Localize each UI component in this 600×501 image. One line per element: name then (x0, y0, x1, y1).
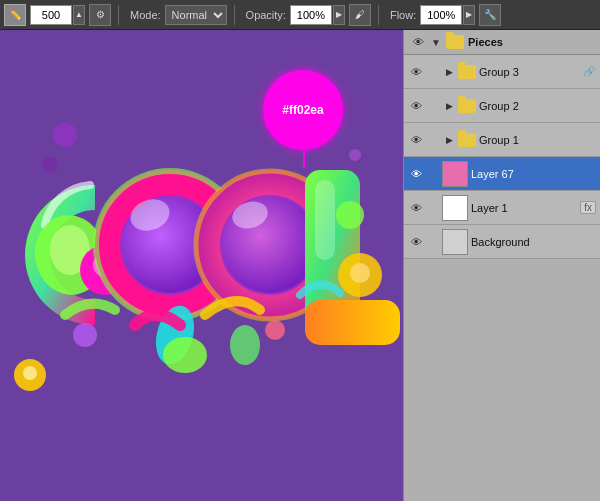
group3-eye[interactable]: 👁 (408, 64, 424, 80)
pieces-title: Pieces (468, 36, 503, 48)
flow-up[interactable]: ▶ (463, 5, 475, 25)
group2-name: Group 2 (479, 100, 596, 112)
color-hex-label: #ff02ea (282, 103, 323, 117)
svg-point-25 (23, 366, 37, 380)
mode-select[interactable]: Normal (165, 5, 227, 25)
pieces-eye-icon[interactable]: 👁 (410, 34, 426, 50)
pieces-folder-icon (446, 35, 464, 49)
brush-size-input[interactable]: 500 (30, 5, 72, 25)
color-picker-pin (303, 148, 305, 168)
layer-row-background[interactable]: 👁 Background (404, 225, 600, 259)
group3-expand[interactable]: ▶ (443, 66, 455, 78)
layer-row-layer67[interactable]: 👁 Layer 67 (404, 157, 600, 191)
svg-point-0 (53, 123, 77, 147)
layers-group-header: 👁 ▼ Pieces (404, 30, 600, 55)
layer-row-group2[interactable]: 👁 ▶ Group 2 (404, 89, 600, 123)
brush-tool[interactable]: ✏️ (4, 4, 26, 26)
background-eye[interactable]: 👁 (408, 234, 424, 250)
svg-rect-20 (315, 180, 335, 260)
layers-panel: 👁 ▼ Pieces 👁 ▶ Group 3 🔗 👁 ▶ Group 2 👁 ▶… (403, 30, 600, 501)
divider2 (234, 5, 235, 25)
svg-point-28 (73, 323, 97, 347)
extra-tool-icon[interactable]: 🔧 (479, 4, 501, 26)
layer-row-layer1[interactable]: 👁 Layer 1 fx (404, 191, 600, 225)
svg-point-29 (163, 337, 207, 373)
group2-folder-icon (458, 99, 476, 113)
layer67-thumb (442, 161, 468, 187)
flow-label: Flow: (390, 9, 416, 21)
background-name: Background (471, 236, 596, 248)
svg-point-1 (42, 157, 58, 173)
opacity-label: Opacity: (246, 9, 286, 21)
group3-chain[interactable]: 🔗 (582, 65, 596, 79)
svg-point-30 (230, 325, 260, 365)
airbrush-icon[interactable]: 🖌 (349, 4, 371, 26)
layer67-eye[interactable]: 👁 (408, 166, 424, 182)
brush-size-group: 500 ▲ (30, 5, 85, 25)
pieces-toggle[interactable]: ▼ (430, 36, 442, 48)
group3-folder-icon (458, 65, 476, 79)
divider3 (378, 5, 379, 25)
brush-settings-icon[interactable]: ⚙ (89, 4, 111, 26)
layer-row-group1[interactable]: 👁 ▶ Group 1 (404, 123, 600, 157)
svg-point-26 (336, 201, 364, 229)
mode-label: Mode: (130, 9, 161, 21)
group1-eye[interactable]: 👁 (408, 132, 424, 148)
background-thumb (442, 229, 468, 255)
svg-rect-19 (305, 300, 400, 345)
group1-name: Group 1 (479, 134, 596, 146)
layer1-eye[interactable]: 👁 (408, 200, 424, 216)
flow-input[interactable]: 100% (420, 5, 462, 25)
flow-box: 100% ▶ (420, 5, 475, 25)
main-area: #ff02ea 👁 ▼ Pieces 👁 ▶ Group 3 🔗 👁 ▶ Gro… (0, 30, 600, 501)
group3-name: Group 3 (479, 66, 579, 78)
color-picker-circle: #ff02ea (263, 70, 343, 150)
group1-folder-icon (458, 133, 476, 147)
artwork-svg (5, 45, 403, 475)
brush-size-up[interactable]: ▲ (73, 5, 85, 25)
group2-expand[interactable]: ▶ (443, 100, 455, 112)
toolbar: ✏️ 500 ▲ ⚙ Mode: Normal Opacity: 100% ▶ … (0, 0, 600, 30)
opacity-input[interactable]: 100% (290, 5, 332, 25)
layer-row-group3[interactable]: 👁 ▶ Group 3 🔗 (404, 55, 600, 89)
group1-expand[interactable]: ▶ (443, 134, 455, 146)
svg-point-27 (265, 320, 285, 340)
layer1-fx-badge: fx (580, 201, 596, 214)
opacity-box: 100% ▶ (290, 5, 345, 25)
divider1 (118, 5, 119, 25)
layer1-name: Layer 1 (471, 202, 577, 214)
svg-point-3 (349, 149, 361, 161)
canvas-area[interactable]: #ff02ea (0, 30, 403, 501)
group2-eye[interactable]: 👁 (408, 98, 424, 114)
brush-size-box: 500 ▲ (30, 5, 85, 25)
svg-point-23 (350, 263, 370, 283)
layer67-name: Layer 67 (471, 168, 596, 180)
layer1-thumb (442, 195, 468, 221)
opacity-up[interactable]: ▶ (333, 5, 345, 25)
